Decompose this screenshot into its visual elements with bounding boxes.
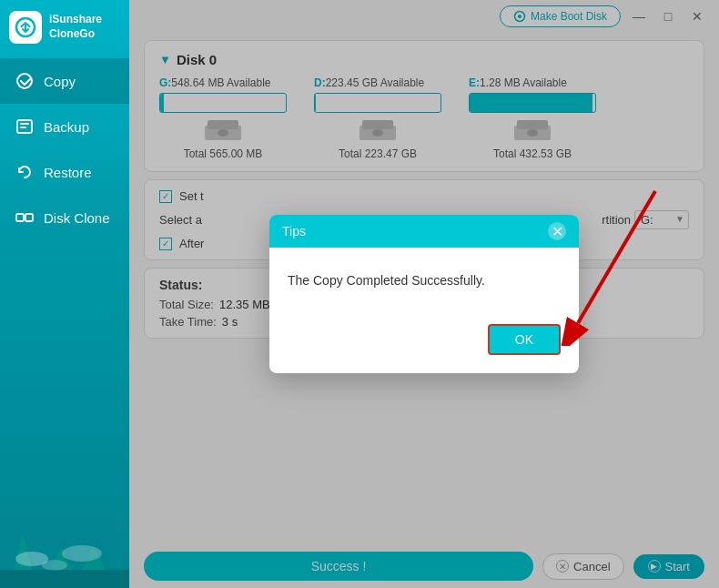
sidebar-item-copy[interactable]: Copy bbox=[0, 58, 129, 104]
modal-ok-button[interactable]: OK bbox=[488, 324, 561, 355]
svg-point-12 bbox=[42, 560, 67, 571]
sidebar-disk-clone-label: Disk Clone bbox=[44, 210, 110, 226]
modal-title: Tips bbox=[282, 224, 306, 238]
app-logo: iSunshare CloneGo bbox=[0, 0, 129, 55]
sidebar-backup-label: Backup bbox=[44, 119, 89, 135]
modal-footer: OK bbox=[269, 324, 579, 373]
sidebar-restore-label: Restore bbox=[44, 165, 92, 180]
modal-header: Tips ✕ bbox=[269, 215, 579, 248]
sidebar-item-disk-clone[interactable]: Disk Clone bbox=[0, 195, 129, 240]
sidebar: iSunshare CloneGo Copy Backup Rest bbox=[0, 0, 129, 588]
modal-close-button[interactable]: ✕ bbox=[548, 222, 566, 240]
svg-rect-13 bbox=[0, 570, 129, 588]
app-name: iSunshare CloneGo bbox=[49, 13, 102, 41]
main-content: Make Boot Disk — □ ✕ ▼ Disk 0 G:548.64 M… bbox=[129, 0, 719, 588]
svg-line-26 bbox=[578, 191, 655, 323]
sidebar-nav: Copy Backup Restore Disk Clone bbox=[0, 58, 129, 240]
sidebar-copy-label: Copy bbox=[44, 74, 76, 89]
modal-message: The Copy Completed Successfully. bbox=[288, 273, 561, 288]
svg-rect-3 bbox=[25, 214, 33, 221]
tips-modal: Tips ✕ The Copy Completed Successfully. … bbox=[269, 215, 579, 373]
modal-body: The Copy Completed Successfully. bbox=[269, 248, 579, 324]
svg-rect-1 bbox=[17, 120, 32, 133]
sidebar-item-backup[interactable]: Backup bbox=[0, 104, 129, 149]
sidebar-item-restore[interactable]: Restore bbox=[0, 149, 129, 195]
logo-icon bbox=[9, 11, 42, 44]
svg-rect-2 bbox=[16, 214, 24, 221]
svg-point-11 bbox=[62, 545, 102, 562]
sidebar-cloud-deco bbox=[0, 470, 129, 588]
modal-overlay: Tips ✕ The Copy Completed Successfully. … bbox=[129, 0, 719, 588]
